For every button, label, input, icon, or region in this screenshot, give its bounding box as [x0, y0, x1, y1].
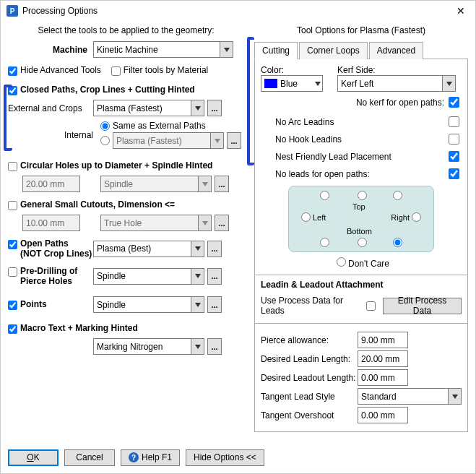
general-options-button[interactable]: ... [215, 215, 229, 231]
points-options-button[interactable]: ... [207, 296, 222, 313]
lead-position-box: Top Left Right Bottom [288, 186, 434, 252]
open-paths-label-2: (NOT Crop Lines) [20, 249, 92, 259]
internal-options-button[interactable]: ... [227, 132, 241, 149]
hide-options-button[interactable]: Hide Options << [186, 449, 264, 466]
no-leads-open-checkbox[interactable] [449, 168, 459, 179]
lead-pos-left-radio[interactable] [301, 212, 311, 222]
circular-tool-select: Spindle [100, 176, 212, 192]
chevron-down-icon [448, 389, 461, 404]
machine-value: Kinetic Machine [97, 45, 158, 55]
close-icon[interactable]: ✕ [452, 5, 469, 17]
tangent-style-label: Tangent Lead Style [261, 392, 358, 402]
help-button[interactable]: ?Help F1 [121, 449, 180, 466]
no-leads-open-label: No leads for open paths: [275, 169, 446, 179]
general-small-checkbox[interactable] [8, 201, 17, 210]
points-checkbox[interactable] [8, 301, 17, 310]
no-hook-checkbox[interactable] [449, 134, 459, 145]
general-dimension-input: 10.00 mm [22, 215, 80, 231]
right-header: Tool Options for Plasma (Fastest) [254, 25, 468, 35]
open-paths-tool-select[interactable]: Plasma (Best) [93, 241, 204, 257]
dont-care-label: Don't Care [348, 259, 389, 269]
edit-process-button[interactable]: Edit Process Data [383, 298, 462, 314]
nest-friendly-checkbox[interactable] [449, 151, 459, 162]
hide-advanced-checkbox[interactable] [8, 66, 17, 76]
pierce-allowance-input[interactable]: 9.00 mm [358, 332, 408, 348]
general-small-label: General Small Cutouts, Dimension <= [20, 199, 175, 210]
chevron-down-icon [315, 78, 321, 88]
chevron-down-icon [220, 42, 233, 57]
points-tool-select[interactable]: Spindle [93, 296, 204, 313]
filter-material-checkbox[interactable] [111, 66, 121, 76]
no-kerf-open-checkbox[interactable] [449, 97, 459, 108]
nest-friendly-label: Nest Friendly Lead Placement [275, 152, 446, 162]
open-paths-label-1: Open Paths [20, 238, 69, 249]
lead-pos-tr-radio[interactable] [393, 191, 402, 200]
color-value: Blue [280, 79, 298, 89]
help-icon: ? [129, 452, 139, 462]
circular-options-button[interactable]: ... [215, 176, 229, 192]
left-header: Select the tools to be applied to the ge… [8, 25, 244, 35]
macro-options-button[interactable]: ... [207, 338, 222, 355]
lead-pos-tc-radio[interactable] [358, 191, 367, 200]
tangent-overshoot-input[interactable]: 0.00 mm [358, 407, 408, 423]
tab-advanced[interactable]: Advanced [369, 42, 423, 59]
predrill-tool-select[interactable]: Spindle [93, 268, 204, 285]
open-paths-checkbox[interactable] [8, 240, 17, 249]
leadin-leadout-header: Leadin & Leadout Attachment [255, 275, 467, 290]
chevron-down-icon [442, 76, 455, 91]
color-select[interactable]: Blue [261, 75, 323, 92]
leadout-length-input[interactable]: 0.00 mm [358, 369, 408, 386]
external-options-button[interactable]: ... [207, 100, 222, 116]
general-tool-select: True Hole [100, 215, 212, 231]
circular-holes-label: Circular Holes up to Diameter + Spindle … [20, 160, 212, 171]
internal-tool-radio[interactable] [100, 136, 110, 145]
machine-label: Machine [8, 45, 93, 55]
tangent-style-select[interactable]: Standard [358, 388, 462, 405]
predrill-label-2: Pierce Holes [20, 276, 72, 286]
macro-text-checkbox[interactable] [8, 324, 17, 334]
window-title: Processing Options [22, 6, 452, 16]
lead-pos-br-radio[interactable] [393, 238, 402, 247]
internal-tool-select: Plasma (Fastest) [113, 132, 224, 149]
pos-left-label: Left [313, 213, 326, 222]
same-as-external-radio[interactable] [100, 121, 110, 131]
circular-holes-checkbox[interactable] [8, 162, 17, 171]
machine-select[interactable]: Kinetic Machine [93, 41, 233, 58]
no-kerf-open-label: No kerf for open paths: [356, 98, 444, 108]
tab-cutting[interactable]: Cutting [254, 42, 298, 59]
lead-pos-right-radio[interactable] [412, 212, 421, 222]
chevron-down-icon [191, 269, 204, 284]
predrill-checkbox[interactable] [8, 267, 17, 277]
external-tool-select[interactable]: Plasma (Fastest) [93, 100, 204, 116]
kerf-side-label: Kerf Side: [337, 65, 462, 75]
hide-advanced-label: Hide Advanced Tools [20, 65, 101, 75]
color-label: Color: [261, 65, 323, 75]
lead-pos-bc-radio[interactable] [358, 238, 367, 247]
internal-tool-value: Plasma (Fastest) [116, 136, 182, 146]
macro-tool-select[interactable]: Marking Nitrogen [93, 338, 204, 355]
tangent-overshoot-label: Tangent Overshoot [261, 410, 358, 421]
internal-label: Internal [8, 130, 100, 140]
ok-button[interactable]: OOKK [8, 449, 59, 466]
chevron-down-icon [191, 241, 204, 257]
chevron-down-icon [198, 176, 211, 191]
predrill-label-1: Pre-Drilling of [20, 266, 77, 276]
macro-text-label: Macro Text + Marking Hinted [20, 323, 138, 333]
cancel-button[interactable]: Cancel [64, 449, 115, 466]
predrill-options-button[interactable]: ... [207, 268, 222, 285]
chevron-down-icon [191, 297, 204, 312]
no-arc-label: No Arc Leadins [275, 117, 446, 127]
kerf-side-select[interactable]: Kerf Left [337, 75, 456, 92]
tab-corner-loops[interactable]: Corner Loops [299, 42, 368, 59]
color-swatch [264, 79, 277, 88]
circular-diameter-input: 20.00 mm [22, 176, 80, 192]
external-tool-value: Plasma (Fastest) [97, 103, 163, 113]
dont-care-radio[interactable] [337, 257, 346, 267]
no-arc-checkbox[interactable] [449, 116, 459, 127]
use-process-checkbox[interactable] [366, 301, 376, 311]
lead-pos-bl-radio[interactable] [320, 238, 329, 247]
lead-pos-tl-radio[interactable] [320, 191, 329, 200]
open-paths-options-button[interactable]: ... [207, 241, 222, 257]
leadin-length-input[interactable]: 20.00 mm [358, 350, 408, 367]
pos-bottom-label: Bottom [347, 227, 372, 236]
